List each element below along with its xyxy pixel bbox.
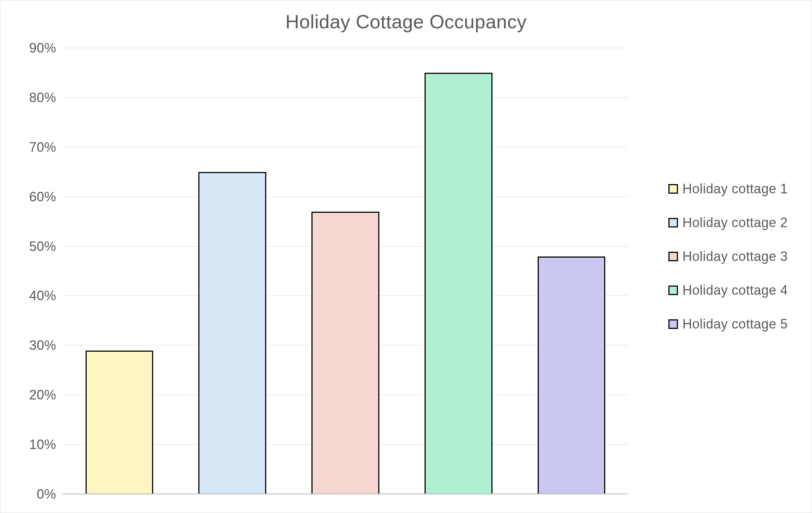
- legend-label-1: Holiday cottage 1: [682, 181, 788, 197]
- plot-area: 0% 10% 20% 30% 40% 50% 60% 70% 80% 90%: [63, 48, 628, 494]
- legend-label-2: Holiday cottage 2: [682, 215, 788, 230]
- legend-item-3: Holiday cottage 3: [668, 249, 788, 264]
- y-tick-label-40: 40%: [29, 288, 63, 304]
- y-tick-label-60: 60%: [29, 189, 63, 205]
- gridline-70: [63, 147, 628, 147]
- legend-swatch-1: [668, 184, 678, 194]
- x-axis-baseline: [63, 494, 628, 494]
- y-tick-label-50: 50%: [29, 239, 63, 254]
- y-tick-label-30: 30%: [29, 338, 63, 353]
- gridline-90: [63, 48, 628, 48]
- bar-cottage-5: [538, 256, 606, 494]
- y-tick-label-90: 90%: [29, 40, 63, 56]
- legend-item-5: Holiday cottage 5: [668, 316, 788, 332]
- bar-cottage-4: [425, 73, 492, 494]
- legend-item-1: Holiday cottage 1: [668, 181, 788, 197]
- chart-frame: Holiday Cottage Occupancy 0% 10% 20% 30%…: [0, 0, 812, 513]
- legend-label-5: Holiday cottage 5: [682, 316, 788, 332]
- legend-item-2: Holiday cottage 2: [668, 215, 788, 230]
- gridline-80: [63, 97, 628, 98]
- bar-cottage-2: [198, 172, 266, 494]
- y-tick-label-80: 80%: [29, 90, 63, 105]
- chart-title: Holiday Cottage Occupancy: [0, 11, 812, 33]
- legend-swatch-4: [668, 286, 678, 295]
- chart-legend: Holiday cottage 1 Holiday cottage 2 Holi…: [668, 181, 788, 332]
- bar-cottage-3: [311, 212, 379, 494]
- legend-item-4: Holiday cottage 4: [668, 283, 788, 298]
- y-tick-label-10: 10%: [29, 437, 63, 452]
- y-tick-label-70: 70%: [29, 140, 63, 155]
- legend-swatch-5: [668, 319, 678, 329]
- y-tick-label-0: 0%: [37, 487, 63, 502]
- bar-cottage-1: [86, 351, 154, 494]
- y-tick-label-20: 20%: [29, 387, 63, 403]
- gridline-60: [63, 197, 628, 197]
- legend-swatch-2: [668, 218, 678, 227]
- legend-label-3: Holiday cottage 3: [682, 249, 788, 264]
- legend-label-4: Holiday cottage 4: [682, 283, 788, 298]
- legend-swatch-3: [668, 252, 678, 261]
